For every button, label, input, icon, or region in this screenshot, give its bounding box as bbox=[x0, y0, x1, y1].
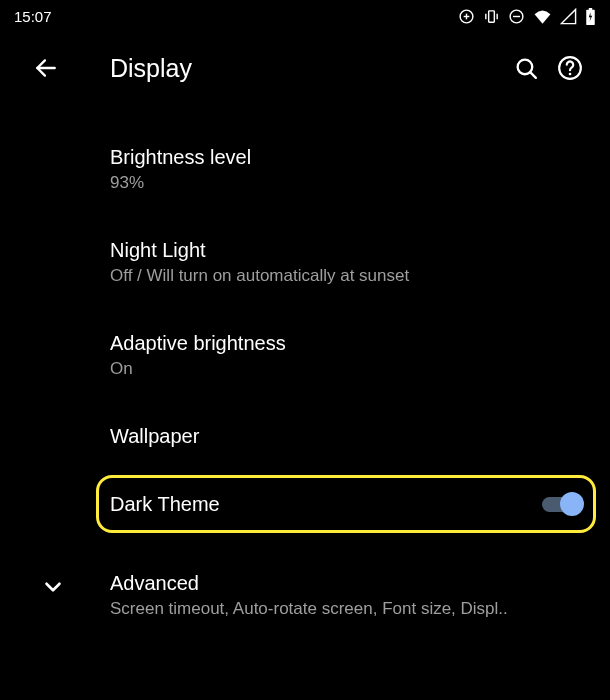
help-button[interactable] bbox=[548, 46, 592, 90]
search-button[interactable] bbox=[504, 46, 548, 90]
status-bar: 15:07 bbox=[0, 0, 610, 32]
settings-list: Brightness level 93% Night Light Off / W… bbox=[0, 104, 610, 637]
advanced-row[interactable]: Advanced Screen timeout, Auto-rotate scr… bbox=[0, 554, 610, 637]
svg-rect-9 bbox=[589, 8, 592, 11]
dark-theme-toggle[interactable] bbox=[540, 490, 582, 518]
night-light-row[interactable]: Night Light Off / Will turn on automatic… bbox=[0, 221, 610, 304]
row-label: Dark Theme bbox=[110, 493, 540, 516]
row-subtitle: Off / Will turn on automatically at suns… bbox=[110, 266, 586, 286]
row-label: Adaptive brightness bbox=[110, 332, 586, 355]
add-circle-icon bbox=[458, 8, 475, 25]
adaptive-brightness-row[interactable]: Adaptive brightness On bbox=[0, 314, 610, 397]
page-title: Display bbox=[110, 54, 504, 83]
svg-line-12 bbox=[530, 72, 536, 78]
status-icons bbox=[458, 8, 596, 25]
row-label: Night Light bbox=[110, 239, 586, 262]
app-bar: Display bbox=[0, 32, 610, 104]
wifi-icon bbox=[533, 8, 552, 25]
dark-theme-row[interactable]: Dark Theme bbox=[0, 476, 610, 532]
svg-rect-3 bbox=[489, 10, 495, 21]
battery-charging-icon bbox=[585, 8, 596, 25]
wallpaper-row[interactable]: Wallpaper bbox=[0, 407, 610, 466]
row-label: Advanced bbox=[110, 572, 586, 595]
cell-signal-icon bbox=[560, 8, 577, 25]
clock-time: 15:07 bbox=[14, 8, 52, 25]
row-subtitle: Screen timeout, Auto-rotate screen, Font… bbox=[110, 599, 586, 619]
row-subtitle: 93% bbox=[110, 173, 586, 193]
chevron-down-icon bbox=[40, 574, 66, 604]
brightness-level-row[interactable]: Brightness level 93% bbox=[0, 128, 610, 211]
vibrate-icon bbox=[483, 8, 500, 25]
svg-point-14 bbox=[569, 73, 572, 76]
row-label: Wallpaper bbox=[110, 425, 586, 448]
row-subtitle: On bbox=[110, 359, 586, 379]
row-label: Brightness level bbox=[110, 146, 586, 169]
dnd-icon bbox=[508, 8, 525, 25]
back-button[interactable] bbox=[24, 46, 68, 90]
